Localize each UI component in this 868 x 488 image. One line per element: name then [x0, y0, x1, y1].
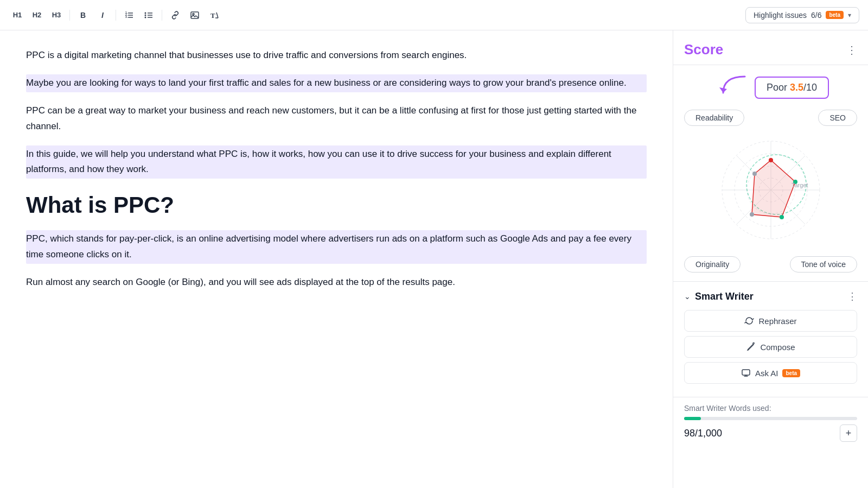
rephraser-button[interactable]: Rephraser — [684, 310, 857, 332]
words-used-label: Smart Writer Words used: — [684, 404, 857, 413]
beta-badge: beta — [826, 11, 844, 19]
paragraph-3: PPC can be a great way to market your bu… — [26, 103, 647, 135]
smart-writer-section: ⌄ Smart Writer ⋮ Rephraser Compose Ask A… — [673, 281, 868, 397]
divider-3 — [162, 10, 162, 21]
unordered-list-button[interactable] — [140, 7, 157, 24]
add-words-button[interactable]: + — [840, 424, 857, 442]
words-used-section: Smart Writer Words used: 98/1,000 + — [673, 397, 868, 451]
words-count: 98/1,000 — [684, 428, 722, 439]
paragraph-4-highlighted: In this guide, we will help you understa… — [26, 145, 647, 179]
heading-what-is-ppc: What is PPC? — [26, 192, 647, 219]
toolbar: H1 H2 H3 B I 1.2.3. T Highlight issues 6… — [0, 0, 868, 30]
paragraph-6: Run almost any search on Google (or Bing… — [26, 275, 647, 290]
chevron-down-icon: ▾ — [848, 11, 851, 19]
ordered-list-button[interactable]: 1.2.3. — [120, 7, 138, 24]
highlight-issues-button[interactable]: Highlight issues 6/6 beta ▾ — [745, 7, 859, 23]
h3-button[interactable]: H3 — [48, 7, 65, 24]
svg-point-28 — [769, 158, 773, 162]
tab-readability[interactable]: Readability — [684, 110, 744, 126]
format-clear-button[interactable]: T — [206, 7, 223, 24]
radar-chart: Target — [711, 130, 831, 250]
right-panel: Score ⋮ Poor 3.5/10 Readability SEO — [673, 30, 868, 488]
score-box: Poor 3.5/10 — [755, 77, 829, 99]
svg-point-32 — [752, 172, 757, 176]
svg-line-15 — [216, 12, 218, 18]
tab-seo[interactable]: SEO — [818, 110, 857, 126]
svg-point-11 — [145, 16, 146, 18]
svg-point-9 — [145, 12, 146, 14]
divider-2 — [116, 10, 116, 21]
svg-point-31 — [750, 212, 754, 217]
bottom-tab-row: Originality Tone of voice — [684, 256, 857, 272]
svg-text:Target: Target — [792, 182, 808, 188]
score-section: Poor 3.5/10 Readability SEO — [673, 65, 868, 281]
image-button[interactable] — [186, 7, 203, 24]
score-value: 3.5 — [790, 82, 803, 93]
svg-text:3.: 3. — [125, 15, 128, 18]
more-options-icon[interactable]: ⋮ — [847, 290, 857, 302]
h1-button[interactable]: H1 — [9, 7, 26, 24]
words-count-row: 98/1,000 + — [684, 424, 857, 442]
svg-rect-34 — [742, 370, 750, 375]
words-bar-background — [684, 417, 857, 420]
editor-area[interactable]: PPC is a digital marketing channel that … — [0, 30, 673, 488]
collapse-icon[interactable]: ⌄ — [684, 292, 691, 301]
paragraph-1: PPC is a digital marketing channel that … — [26, 48, 647, 64]
score-arrow-icon — [712, 74, 750, 101]
compose-icon — [746, 342, 756, 352]
ask-ai-label: Ask AI — [755, 369, 778, 378]
score-denom: /10 — [803, 82, 817, 93]
smart-writer-title-row: ⌄ Smart Writer — [684, 291, 754, 302]
h2-button[interactable]: H2 — [28, 7, 46, 24]
smart-writer-header: ⌄ Smart Writer ⋮ — [684, 290, 857, 302]
score-label: Poor — [767, 82, 790, 93]
compose-button[interactable]: Compose — [684, 336, 857, 358]
link-button[interactable] — [167, 7, 184, 24]
rephraser-label: Rephraser — [758, 316, 796, 326]
svg-marker-17 — [719, 87, 727, 93]
svg-point-13 — [193, 13, 194, 15]
highlight-count: 6/6 — [811, 11, 821, 20]
panel-title: Score — [684, 41, 723, 58]
paragraph-2-highlighted: Maybe you are looking for ways to land y… — [26, 74, 647, 92]
compose-label: Compose — [760, 343, 795, 352]
menu-icon[interactable]: ⋮ — [846, 43, 857, 56]
tab-tone-of-voice[interactable]: Tone of voice — [790, 256, 858, 272]
svg-text:T: T — [210, 11, 215, 20]
italic-button[interactable]: I — [94, 7, 111, 24]
tab-originality[interactable]: Originality — [684, 256, 741, 272]
svg-marker-27 — [752, 160, 795, 217]
paragraph-5-highlighted: PPC, which stands for pay-per-click, is … — [26, 230, 647, 264]
top-tab-row: Readability SEO — [684, 110, 857, 126]
rephraser-icon — [744, 316, 754, 326]
ask-ai-icon — [741, 368, 751, 378]
bold-button[interactable]: B — [74, 7, 92, 24]
ask-ai-badge: beta — [782, 369, 800, 377]
svg-point-30 — [780, 215, 784, 219]
highlight-text: Highlight issues — [754, 11, 807, 20]
ask-ai-button[interactable]: Ask AI beta — [684, 362, 857, 384]
divider-1 — [69, 10, 70, 21]
words-bar-fill — [684, 417, 701, 420]
svg-point-10 — [145, 14, 146, 16]
main-layout: PPC is a digital marketing channel that … — [0, 30, 868, 488]
score-arrow-row: Poor 3.5/10 — [712, 74, 829, 101]
smart-writer-title: Smart Writer — [695, 291, 754, 302]
panel-header: Score ⋮ — [673, 30, 868, 65]
